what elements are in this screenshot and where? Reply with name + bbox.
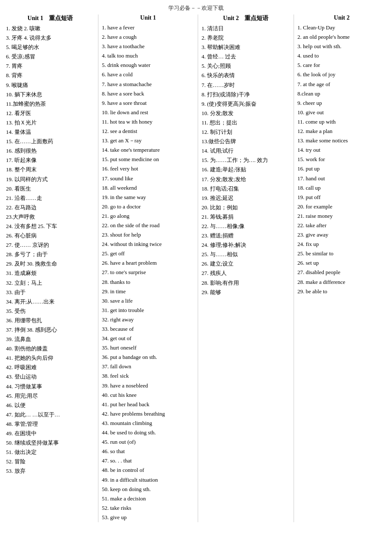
list-item: 4. talk too much (102, 51, 194, 61)
list-item: 5. 关心;照顾 (202, 61, 290, 71)
list-item: 19. in the same way (102, 193, 194, 202)
list-item: 31. get into trouble (102, 306, 194, 315)
list-item: 9. (使)变得更高兴;振奋 (202, 99, 290, 109)
list-item: 42. have problems breathing (102, 409, 194, 419)
col3-chinese: Unit 2 重点短语 1. 清洁日2. 养老院3. 帮助解决困难4. 曾经… … (199, 14, 293, 297)
list-item: 52. 冒险 (6, 457, 95, 466)
list-item: 44. 习惯做某事 (6, 382, 95, 391)
list-item: 15. put some medicine on (102, 155, 194, 164)
list-item: 40. cut his knee (102, 390, 194, 400)
list-item: 27. 使…… 京讶的 (6, 240, 95, 250)
list-item: 47. 如此… …以至于… (6, 410, 95, 419)
list-item: 9. cheer up (297, 98, 386, 108)
list-item: 19. put off (297, 193, 386, 202)
list-item: 11. 想出；提出 (202, 118, 290, 127)
list-item: 28. make a difference (297, 278, 386, 287)
list-item: 38. feel sick (102, 371, 194, 381)
col4-items-list: 1. Clean-Up Day2. an old people's home3.… (297, 23, 386, 296)
col2-english: Unit 1 1. have a fever2. have a cough3. … (99, 14, 197, 522)
list-item: 10. give out (297, 108, 386, 117)
list-item: 33. 由于 (6, 288, 95, 297)
list-item: 30. save a life (102, 296, 194, 306)
list-item: 17. 分发;散发;发给 (202, 175, 290, 184)
list-item: 6. the look of joy (297, 70, 386, 79)
list-item: 39. have a nosebleed (102, 381, 194, 390)
list-item: 47. so. . . that (102, 456, 194, 465)
list-item: 46. so that (102, 447, 194, 456)
list-item: 3. help out with sth. (297, 42, 386, 51)
list-item: 22. 在马路边 (6, 203, 95, 212)
list-item: 16. feel very hot (102, 164, 194, 173)
list-item: 23.大声呼救 (6, 212, 95, 222)
list-item: 25. be similar to (297, 249, 386, 258)
col4-english: Unit 2 1. Clean-Up Day2. an old people's… (295, 14, 389, 296)
list-item: 1. have a fever (102, 23, 194, 32)
list-item: 48. be in control of (102, 465, 194, 475)
list-item: 42. 呼吸困难 (6, 363, 95, 372)
list-item: 5. care for (297, 61, 386, 70)
list-item: 10. 躺下来休息 (6, 90, 95, 99)
list-item: 24. without th inking twice (102, 240, 194, 249)
list-item: 52. take risks (102, 503, 194, 513)
list-item: 21. 沿着……走 (6, 194, 95, 203)
list-item: 21. 筹钱;募捐 (202, 212, 290, 222)
col4-unit-title: Unit 2 (297, 14, 386, 21)
list-item: 20. for example (297, 202, 386, 211)
list-item: 26. 有心脏病 (6, 231, 95, 240)
list-item: 25. 与……相似 (202, 250, 290, 259)
list-item: 49. in a difficult situation (102, 475, 194, 485)
page: 学习必备－－欢迎下载 Unit 1 重点短语 1. 发烧 2. 咳嗽3. 牙疼 … (0, 0, 392, 555)
list-item: 26. have a heart problem (102, 258, 194, 268)
list-item: 9. have a sore throat (102, 98, 194, 108)
list-item: 14. take one's temperature (102, 145, 194, 155)
list-item: 23. give away (297, 230, 386, 240)
list-item: 3. 牙疼 4. 说得太多 (6, 33, 95, 43)
list-item: 28. 影响;有作用 (202, 278, 290, 288)
list-item: 10. 分发;散发 (202, 109, 290, 118)
list-item: 41. put her head back (102, 400, 194, 409)
list-item: 20. 比如；例如 (202, 203, 290, 212)
list-item: 16. 建造;举起;张贴 (202, 165, 290, 174)
list-item: 24. 没有多想 25. 下车 (6, 222, 95, 231)
list-item: 20. 看医生 (6, 184, 95, 194)
list-item: 17. hand out (297, 174, 386, 183)
columns-wrapper: Unit 1 重点短语 1. 发烧 2. 咳嗽3. 牙疼 4. 说得太多5. 喝… (0, 14, 392, 522)
list-item: 8. 打扫(或清除)干净 (202, 90, 290, 99)
list-item: 21. go along (102, 211, 194, 221)
list-item: 18. call up (297, 183, 386, 193)
list-item: 16. put up (297, 164, 386, 173)
list-item: 13. 拍Ｘ光片 (6, 118, 95, 127)
divider-1 (98, 14, 98, 522)
list-item: 27. to one's surprise (102, 268, 194, 277)
list-item: 3. have a toothache (102, 42, 194, 51)
list-item: 11. come up with (297, 117, 386, 127)
list-item: 29. 及时 30. 挽救生命 (6, 259, 95, 269)
list-item: 8. 背疼 (6, 71, 95, 80)
list-item: 23. 赠送;捐赠 (202, 231, 290, 240)
list-item: 19. 以同样的方式 (6, 175, 95, 184)
col1-unit: Unit 1 (28, 15, 43, 21)
list-item: 45. 用完;用尽 (6, 391, 95, 401)
list-item: 2. 养老院 (202, 33, 290, 43)
list-item: 28. thanks to (102, 278, 194, 287)
list-item: 27. 残疾人 (202, 269, 290, 278)
list-item: 8.clean up (297, 89, 386, 98)
list-item: 7. at the age of (297, 80, 386, 89)
list-item: 11.加蜂蜜的热茶 (6, 99, 95, 109)
list-item: 29. be able to (297, 287, 386, 296)
list-item: 13. make some notices (297, 136, 386, 145)
list-item: 37. 摔倒 38. 感到恶心 (6, 325, 95, 335)
col1-chinese: Unit 1 重点短语 1. 发烧 2. 咳嗽3. 牙疼 4. 说得太多5. 喝… (3, 14, 97, 476)
list-item: 16. 感到很热 (6, 146, 95, 156)
list-item: 2. an old people's home (297, 32, 386, 42)
list-item: 26. 建立;设立 (202, 259, 290, 269)
list-item: 31. 造成麻烦 (6, 269, 95, 278)
col3-items-list: 1. 清洁日2. 养老院3. 帮助解决困难4. 曾经… 过去5. 关心;照顾6.… (202, 24, 290, 297)
list-item: 6. have a cold (102, 70, 194, 79)
list-item: 13.做些公告牌 (202, 137, 290, 146)
list-item: 29. in time (102, 287, 194, 296)
list-item: 34. get out of (102, 334, 194, 343)
list-item: 4. 曾经… 过去 (202, 52, 290, 61)
list-item: 7. 在……岁时 (202, 81, 290, 90)
list-item: 15. 在……上面敷药 (6, 137, 95, 146)
